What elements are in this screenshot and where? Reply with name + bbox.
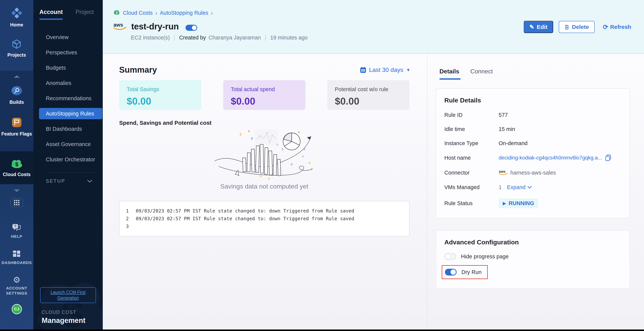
launch-ccm-first-gen-button[interactable]: Launch CCM First Generation [40,287,96,303]
instance-type-text: EC2 instance(s) [131,35,170,41]
potential-cost-card: Potential cost w/o rule $0.00 [327,80,410,110]
sidebar-item-recommendations[interactable]: Recommendations [33,91,103,106]
time-ago: 19 minutes ago [270,35,308,41]
chevron-up-icon[interactable] [14,75,20,78]
aws-connector-icon: aws [499,169,508,176]
module-grid-icon [14,200,20,205]
meta-divider [265,35,266,41]
log-line: 109/03/2023 02:57 PM IST Rule state chan… [126,207,403,215]
sidebar-item-anomalies[interactable]: Anomalies [33,76,103,91]
dashboards-icon [12,250,21,258]
instance-type-row: Instance Type On-demand [444,140,621,146]
sidebar-item-cluster-orchestrator[interactable]: Cluster Orchestrator [33,152,103,167]
meta-divider [174,35,174,41]
nav-feature-flags[interactable]: Feature Flags [1,117,32,137]
vms-count: 1 [499,184,502,190]
sidebar-item-budgets[interactable]: Budgets [33,60,103,76]
nav-feature-flags-label: Feature Flags [1,131,32,137]
host-name-link[interactable]: deciding-kodiak-cg4qcs4h0mmv6lo7gqkg.a..… [499,155,602,161]
rule-activity-log[interactable]: 109/03/2023 02:57 PM IST Rule state chan… [119,201,410,236]
harness-logo-icon [10,7,23,20]
svg-text:aws: aws [499,169,506,173]
expand-vms-link[interactable]: Expand [507,184,532,190]
nav-projects-label: Projects [7,52,26,58]
card-title: Total actual spend [231,86,298,93]
tab-project[interactable]: Project [76,9,94,20]
copy-icon[interactable] [605,154,612,161]
setup-section-toggle[interactable]: SETUP [33,178,103,184]
advanced-configuration-heading: Advanced Configuration [444,238,621,246]
breadcrumb-autostopping-rules[interactable]: AutoStopping Rules [160,10,208,16]
sidebar-item-asset-governance[interactable]: Asset Governance [33,137,103,152]
brand-cloud-cost: CLOUD COST [42,309,103,315]
caret-down-icon: ▾ [407,67,410,73]
dashboards-label: DASHBOARDS [2,260,32,265]
account-settings-label: ACCOUNT SETTINGS [1,285,32,296]
hide-progress-toggle[interactable] [444,253,456,260]
sidebar-menu: Overview Perspectives Budgets Anomalies … [33,30,103,167]
total-actual-spend-card: Total actual spend $0.00 [223,80,306,110]
card-title: Total Savings [127,86,194,93]
play-icon: ▶ [503,201,506,206]
summary-cards: Total Savings $0.00 Total actual spend $… [119,80,410,110]
pencil-icon: ✎ [530,24,534,30]
sidebar-divider [46,172,95,173]
cloud-costs-breadcrumb-icon: $ [113,10,120,17]
details-panel: Details Connect Rule Details Rule ID 577… [427,54,644,331]
chevron-down-icon[interactable] [14,189,20,192]
date-range-value: Last 30 days [369,67,403,73]
tab-details[interactable]: Details [440,68,460,80]
module-rail: Home Projects Builds Feature [0,0,33,331]
savings-doodle-illustration [212,127,317,182]
user-avatar[interactable]: CJ [12,304,22,314]
trash-icon [564,24,569,30]
dashboards-button[interactable]: DASHBOARDS [2,250,32,265]
breadcrumb-cloud-costs[interactable]: Cloud Costs [123,10,153,16]
nav-builds[interactable]: Builds [10,85,24,105]
edit-button[interactable]: ✎ Edit [524,21,553,33]
sidebar-item-autostopping-rules[interactable]: AutoStopping Rules [39,108,102,119]
cloud-costs-icon: $ [10,158,24,170]
card-value: $0.00 [127,96,194,107]
delete-button[interactable]: Delete [559,21,594,33]
created-by-value: Charanya Jayaraman [208,35,261,41]
rule-details-card: Rule Details Rule ID 577 Idle time 15 mi… [436,88,630,218]
vms-managed-row: VMs Managed 1 Expand [444,184,621,190]
nav-projects[interactable]: Projects [7,39,26,58]
nav-cloud-costs[interactable]: $ Cloud Costs [3,158,30,177]
dry-run-toggle[interactable] [445,269,456,275]
total-savings-card: Total Savings $0.00 [119,80,201,110]
tab-connect[interactable]: Connect [470,68,493,80]
date-range-filter[interactable]: Last 30 days ▾ [360,67,410,73]
hide-progress-label: Hide progress page [461,253,509,260]
sidebar-item-bi-dashboards[interactable]: BI Dashboards [33,121,103,137]
scope-tabs: Account Project [33,0,103,20]
empty-chart-message: Savings data not computed yet [220,183,308,190]
idle-time-row: Idle time 15 min [444,126,621,132]
page-header: $ Cloud Costs › AutoStopping Rules › aws… [103,0,644,54]
nav-home[interactable]: Home [10,7,23,28]
nav-builds-label: Builds [10,99,24,105]
nav-home-label: Home [10,22,23,28]
sidebar-item-perspectives[interactable]: Perspectives [33,45,103,60]
rule-enabled-toggle[interactable] [186,25,197,31]
refresh-icon: ⟳ [603,23,608,31]
summary-section: Summary Last 30 days ▾ Total Savings $0.… [103,54,427,331]
module-brand: CLOUD COST Management [42,309,103,324]
help-chat-icon: ? [12,223,22,232]
details-panel-tabs: Details Connect [440,68,630,80]
rail-middle-section: Builds Feature Flags [0,70,33,151]
refresh-button[interactable]: ⟳ Refresh [603,23,631,31]
empty-chart-state: Savings data not computed yet [119,127,410,190]
host-name-row: Host name deciding-kodiak-cg4qcs4h0mmv6l… [444,154,621,161]
sidebar-item-overview[interactable]: Overview [33,30,103,45]
module-selector-button[interactable] [10,198,23,207]
breadcrumb-separator: › [155,10,157,16]
page-title: test-dry-run [131,21,179,32]
projects-cube-icon [11,39,22,50]
help-button[interactable]: ? HELP [11,223,22,239]
account-settings-button[interactable]: ⚙ ACCOUNT SETTINGS [0,276,33,296]
status-badge: ▶ RUNNING [499,198,538,208]
tab-account[interactable]: Account [40,9,63,20]
calendar-icon [360,67,366,73]
